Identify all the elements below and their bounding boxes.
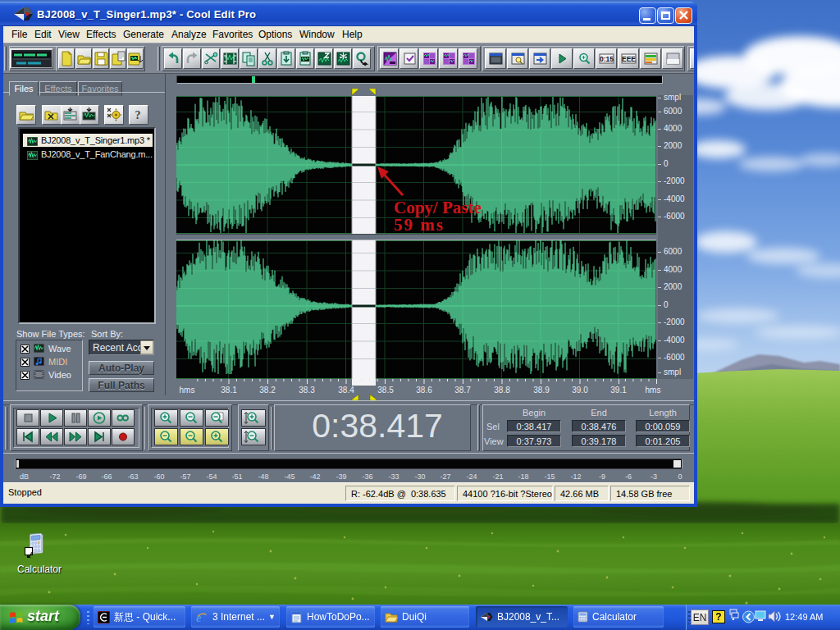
svg-text:EEE: EEE	[622, 55, 636, 63]
svg-text:?: ?	[135, 109, 141, 121]
svg-text:0:15: 0:15	[600, 55, 614, 63]
svg-text:e: e	[196, 611, 202, 623]
svg-text:59 ms: 59 ms	[394, 215, 445, 235]
